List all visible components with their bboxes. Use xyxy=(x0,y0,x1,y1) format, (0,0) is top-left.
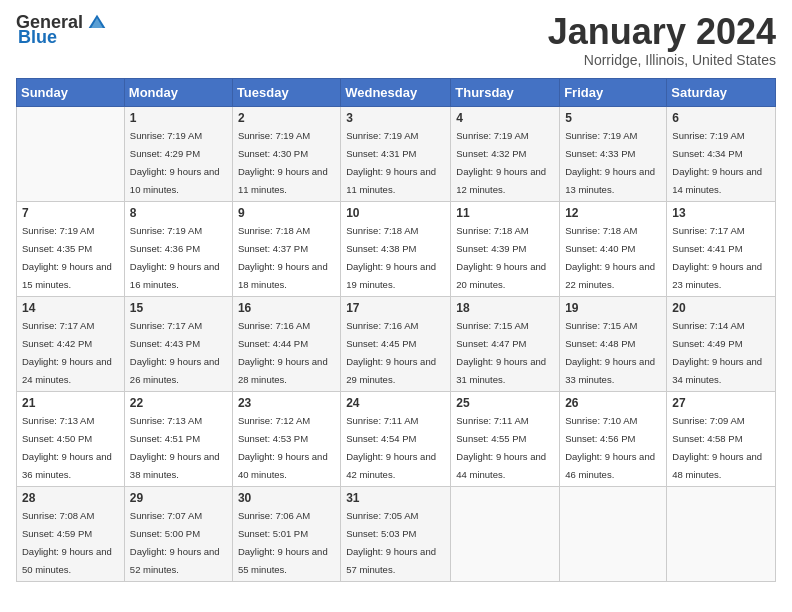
logo: General Blue xyxy=(16,12,107,48)
month-title: January 2024 xyxy=(548,12,776,52)
cell-4-4 xyxy=(451,486,560,581)
day-sunrise: Sunrise: 7:19 AM xyxy=(672,130,744,141)
day-sunset: Sunset: 4:35 PM xyxy=(22,243,92,254)
day-sunrise: Sunrise: 7:09 AM xyxy=(672,415,744,426)
header-wednesday: Wednesday xyxy=(341,78,451,106)
day-sunset: Sunset: 4:32 PM xyxy=(456,148,526,159)
cell-0-5: 5 Sunrise: 7:19 AM Sunset: 4:33 PM Dayli… xyxy=(560,106,667,201)
day-daylight: Daylight: 9 hours and 29 minutes. xyxy=(346,356,436,385)
week-row-3: 21 Sunrise: 7:13 AM Sunset: 4:50 PM Dayl… xyxy=(17,391,776,486)
cell-1-1: 8 Sunrise: 7:19 AM Sunset: 4:36 PM Dayli… xyxy=(124,201,232,296)
day-daylight: Daylight: 9 hours and 46 minutes. xyxy=(565,451,655,480)
cell-1-4: 11 Sunrise: 7:18 AM Sunset: 4:39 PM Dayl… xyxy=(451,201,560,296)
day-daylight: Daylight: 9 hours and 11 minutes. xyxy=(346,166,436,195)
cell-4-1: 29 Sunrise: 7:07 AM Sunset: 5:00 PM Dayl… xyxy=(124,486,232,581)
day-daylight: Daylight: 9 hours and 31 minutes. xyxy=(456,356,546,385)
day-sunrise: Sunrise: 7:19 AM xyxy=(130,225,202,236)
day-sunrise: Sunrise: 7:17 AM xyxy=(130,320,202,331)
day-sunrise: Sunrise: 7:18 AM xyxy=(238,225,310,236)
cell-3-1: 22 Sunrise: 7:13 AM Sunset: 4:51 PM Dayl… xyxy=(124,391,232,486)
header-friday: Friday xyxy=(560,78,667,106)
day-sunrise: Sunrise: 7:07 AM xyxy=(130,510,202,521)
day-number: 25 xyxy=(456,396,554,410)
day-sunrise: Sunrise: 7:18 AM xyxy=(456,225,528,236)
cell-1-3: 10 Sunrise: 7:18 AM Sunset: 4:38 PM Dayl… xyxy=(341,201,451,296)
cell-4-6 xyxy=(667,486,776,581)
day-sunset: Sunset: 4:51 PM xyxy=(130,433,200,444)
day-daylight: Daylight: 9 hours and 20 minutes. xyxy=(456,261,546,290)
day-sunset: Sunset: 4:33 PM xyxy=(565,148,635,159)
day-daylight: Daylight: 9 hours and 26 minutes. xyxy=(130,356,220,385)
day-daylight: Daylight: 9 hours and 14 minutes. xyxy=(672,166,762,195)
page-container: General Blue January 2024 Norridge, Illi… xyxy=(0,0,792,590)
cell-2-3: 17 Sunrise: 7:16 AM Sunset: 4:45 PM Dayl… xyxy=(341,296,451,391)
day-sunset: Sunset: 4:29 PM xyxy=(130,148,200,159)
day-number: 30 xyxy=(238,491,335,505)
day-sunrise: Sunrise: 7:13 AM xyxy=(22,415,94,426)
day-sunset: Sunset: 4:54 PM xyxy=(346,433,416,444)
day-sunset: Sunset: 4:45 PM xyxy=(346,338,416,349)
day-number: 17 xyxy=(346,301,445,315)
cell-0-0 xyxy=(17,106,125,201)
day-sunset: Sunset: 4:58 PM xyxy=(672,433,742,444)
cell-0-2: 2 Sunrise: 7:19 AM Sunset: 4:30 PM Dayli… xyxy=(232,106,340,201)
day-number: 29 xyxy=(130,491,227,505)
cell-4-0: 28 Sunrise: 7:08 AM Sunset: 4:59 PM Dayl… xyxy=(17,486,125,581)
day-sunrise: Sunrise: 7:19 AM xyxy=(565,130,637,141)
day-number: 24 xyxy=(346,396,445,410)
logo-icon xyxy=(87,13,107,33)
day-sunset: Sunset: 4:31 PM xyxy=(346,148,416,159)
day-sunset: Sunset: 4:38 PM xyxy=(346,243,416,254)
day-sunrise: Sunrise: 7:19 AM xyxy=(130,130,202,141)
cell-2-2: 16 Sunrise: 7:16 AM Sunset: 4:44 PM Dayl… xyxy=(232,296,340,391)
day-number: 31 xyxy=(346,491,445,505)
day-sunrise: Sunrise: 7:18 AM xyxy=(346,225,418,236)
day-sunrise: Sunrise: 7:11 AM xyxy=(346,415,418,426)
day-sunset: Sunset: 4:41 PM xyxy=(672,243,742,254)
cell-3-5: 26 Sunrise: 7:10 AM Sunset: 4:56 PM Dayl… xyxy=(560,391,667,486)
day-daylight: Daylight: 9 hours and 33 minutes. xyxy=(565,356,655,385)
day-number: 1 xyxy=(130,111,227,125)
day-sunrise: Sunrise: 7:19 AM xyxy=(456,130,528,141)
day-number: 18 xyxy=(456,301,554,315)
day-number: 15 xyxy=(130,301,227,315)
day-sunset: Sunset: 4:48 PM xyxy=(565,338,635,349)
cell-3-6: 27 Sunrise: 7:09 AM Sunset: 4:58 PM Dayl… xyxy=(667,391,776,486)
day-number: 21 xyxy=(22,396,119,410)
weekday-header-row: Sunday Monday Tuesday Wednesday Thursday… xyxy=(17,78,776,106)
day-sunset: Sunset: 5:00 PM xyxy=(130,528,200,539)
day-daylight: Daylight: 9 hours and 15 minutes. xyxy=(22,261,112,290)
header-saturday: Saturday xyxy=(667,78,776,106)
cell-1-6: 13 Sunrise: 7:17 AM Sunset: 4:41 PM Dayl… xyxy=(667,201,776,296)
day-sunrise: Sunrise: 7:16 AM xyxy=(238,320,310,331)
cell-1-0: 7 Sunrise: 7:19 AM Sunset: 4:35 PM Dayli… xyxy=(17,201,125,296)
day-daylight: Daylight: 9 hours and 19 minutes. xyxy=(346,261,436,290)
day-sunset: Sunset: 4:37 PM xyxy=(238,243,308,254)
day-number: 27 xyxy=(672,396,770,410)
cell-2-0: 14 Sunrise: 7:17 AM Sunset: 4:42 PM Dayl… xyxy=(17,296,125,391)
day-sunset: Sunset: 5:01 PM xyxy=(238,528,308,539)
day-number: 2 xyxy=(238,111,335,125)
day-sunset: Sunset: 4:43 PM xyxy=(130,338,200,349)
day-number: 13 xyxy=(672,206,770,220)
day-sunrise: Sunrise: 7:12 AM xyxy=(238,415,310,426)
cell-0-1: 1 Sunrise: 7:19 AM Sunset: 4:29 PM Dayli… xyxy=(124,106,232,201)
cell-4-3: 31 Sunrise: 7:05 AM Sunset: 5:03 PM Dayl… xyxy=(341,486,451,581)
day-sunset: Sunset: 4:44 PM xyxy=(238,338,308,349)
day-daylight: Daylight: 9 hours and 18 minutes. xyxy=(238,261,328,290)
day-number: 8 xyxy=(130,206,227,220)
day-daylight: Daylight: 9 hours and 50 minutes. xyxy=(22,546,112,575)
day-sunrise: Sunrise: 7:05 AM xyxy=(346,510,418,521)
day-sunrise: Sunrise: 7:19 AM xyxy=(22,225,94,236)
cell-3-3: 24 Sunrise: 7:11 AM Sunset: 4:54 PM Dayl… xyxy=(341,391,451,486)
day-sunrise: Sunrise: 7:11 AM xyxy=(456,415,528,426)
day-number: 3 xyxy=(346,111,445,125)
day-number: 9 xyxy=(238,206,335,220)
day-sunset: Sunset: 4:56 PM xyxy=(565,433,635,444)
day-number: 26 xyxy=(565,396,661,410)
cell-3-2: 23 Sunrise: 7:12 AM Sunset: 4:53 PM Dayl… xyxy=(232,391,340,486)
day-daylight: Daylight: 9 hours and 42 minutes. xyxy=(346,451,436,480)
day-daylight: Daylight: 9 hours and 38 minutes. xyxy=(130,451,220,480)
day-number: 6 xyxy=(672,111,770,125)
day-sunset: Sunset: 4:47 PM xyxy=(456,338,526,349)
